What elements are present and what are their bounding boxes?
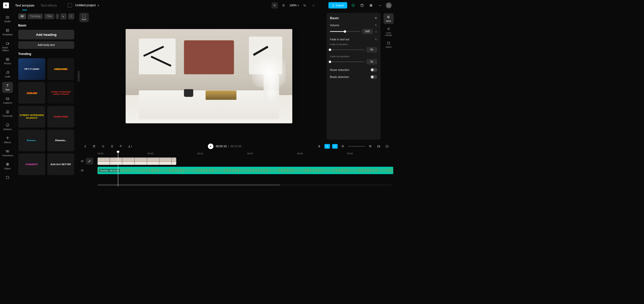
nav-filters[interactable]: Filters [2,161,13,172]
shield-check-icon[interactable] [350,2,356,9]
delete-icon[interactable] [91,143,97,149]
zoom-in-icon[interactable] [367,143,374,149]
play-button[interactable] [208,143,213,149]
template-card[interactable]: $100,000 [18,82,45,104]
nav-photos[interactable]: Photos [2,56,13,67]
nav-transcript[interactable]: Transcript [2,108,13,119]
snap-toggle-2-icon[interactable] [332,144,338,148]
volume-keyframe-icon[interactable]: ◇ [375,30,377,33]
timeline-scrollbar[interactable] [97,184,391,186]
ruler-tick: 00:00 [97,152,103,155]
template-card[interactable]: Ewwww... [18,130,45,151]
track-mute-icon[interactable] [81,169,84,172]
fade-out-value[interactable]: 0s [366,59,377,65]
rstrip-speed[interactable]: Speed [383,39,393,50]
nav-effects[interactable]: Effects [2,134,13,145]
volume-slider[interactable] [330,31,360,32]
volume-value[interactable]: 0dB [362,29,373,34]
playhead[interactable] [118,151,118,186]
audio-clip[interactable]: Sunrise 00:31:00 [97,167,393,174]
add-body-text-button[interactable]: Add body text [18,41,74,49]
timeline[interactable]: 00:0000:0500:1000:1500:2000:25 [78,151,395,186]
zoom-out-icon[interactable] [340,143,346,149]
filter-pill-all[interactable]: All [18,14,26,19]
svg-point-4 [379,5,379,6]
crop-left-icon[interactable] [100,143,106,149]
help-icon[interactable] [359,2,365,9]
filter-settings-icon[interactable] [68,13,74,20]
svg-rect-13 [6,98,9,100]
rstrip-voice-changer[interactable]: Voice changer [383,25,393,38]
text-icon [6,84,9,87]
template-card[interactable]: STREET INTERVIEW LATEST UPDATE [47,82,74,104]
track-mute-icon[interactable] [81,160,84,163]
volume-reset-icon[interactable]: ↻ [375,23,377,27]
nav-transitions[interactable]: Transitions [2,147,13,159]
split-icon[interactable] [82,143,88,149]
fade-in-value[interactable]: 0s [366,47,377,52]
pointer-tool-icon[interactable] [272,2,278,9]
fit-icon[interactable] [376,143,382,149]
hand-tool-icon[interactable] [280,2,287,9]
mic-icon[interactable] [316,143,322,149]
project-name[interactable]: Untitled project [75,4,96,7]
tab-text-template[interactable]: Text template [15,1,34,10]
preview-canvas[interactable] [91,11,327,142]
expand-icon[interactable] [384,143,390,149]
ratio-button[interactable]: Ratio [79,13,89,22]
template-card[interactable]: BAD DAY BETTER [47,154,74,175]
download-icon[interactable]: ▾ [127,143,133,149]
noise-reduction-label: Noise reduction [330,68,349,72]
template-card[interactable]: AWESOME! [47,58,74,80]
layers-icon[interactable] [368,2,374,9]
nav-templates[interactable]: Templates [2,27,13,38]
close-panel-icon[interactable]: ✕ [375,16,377,20]
bookmark-icon[interactable] [109,143,115,149]
nav-captions[interactable]: Captions [2,95,13,106]
stock-videos-icon [6,42,9,46]
track-edit-icon[interactable] [86,158,93,165]
snap-toggle-1-icon[interactable] [325,144,330,148]
nav-media[interactable]: Media [2,14,13,25]
flag-icon[interactable] [118,143,124,149]
tab-text-effects[interactable]: Text effects [41,1,57,10]
more-icon[interactable] [377,2,383,9]
template-card[interactable]: STREET INTERVIEW #CAPCUT [18,106,45,128]
export-button[interactable]: Export [328,2,347,9]
template-card[interactable]: FUNNIEST [18,154,45,175]
fade-in-slider[interactable] [330,49,364,50]
timeline-zoom-slider[interactable] [348,146,365,146]
nav-more[interactable] [2,174,13,181]
redo-icon[interactable] [310,2,317,9]
noise-reduction-toggle[interactable] [370,68,377,72]
volume-label: Volume [330,23,339,27]
video-clip[interactable] [97,158,176,165]
beats-detection-toggle[interactable] [370,75,377,79]
rstrip-basic[interactable]: Basic [383,13,393,24]
timeline-ruler[interactable]: 00:0000:0500:1000:1500:2000:25 [97,151,395,156]
nav-stock-videos[interactable]: Stock videos [2,40,13,53]
nav-text[interactable]: Text [2,82,13,93]
collapse-panel-icon[interactable]: ‹ [78,71,80,82]
svg-rect-21 [6,176,9,179]
template-card[interactable]: SUBSCRIBE [47,106,74,128]
undo-icon[interactable] [302,2,308,9]
add-heading-button[interactable]: Add heading [18,30,74,39]
nav-audio[interactable]: Audio [2,69,13,80]
filter-more-icon[interactable]: ▾ [60,13,67,20]
filter-pill-trending[interactable]: Trending [28,14,43,19]
svg-rect-7 [6,29,9,32]
fade-reset-icon[interactable]: ↻ [375,38,377,41]
nav-stickers[interactable]: Stickers [2,121,13,132]
template-card[interactable]: Hmmmm... [47,130,74,151]
project-dropdown-icon[interactable]: ▾ [98,4,99,7]
app-logo[interactable]: ✕ [3,3,9,8]
filter-pill-s[interactable]: S [56,14,59,19]
fade-out-slider[interactable] [330,62,364,62]
zoom-display[interactable]: 100%▾ [290,4,299,7]
filter-pill-title[interactable]: Title [44,14,54,19]
template-card[interactable]: TRY IT NOW! [18,58,45,80]
user-avatar[interactable]: ⬡ [386,3,392,8]
panel-title: Basic [330,16,339,20]
folder-plus-icon [6,15,9,19]
